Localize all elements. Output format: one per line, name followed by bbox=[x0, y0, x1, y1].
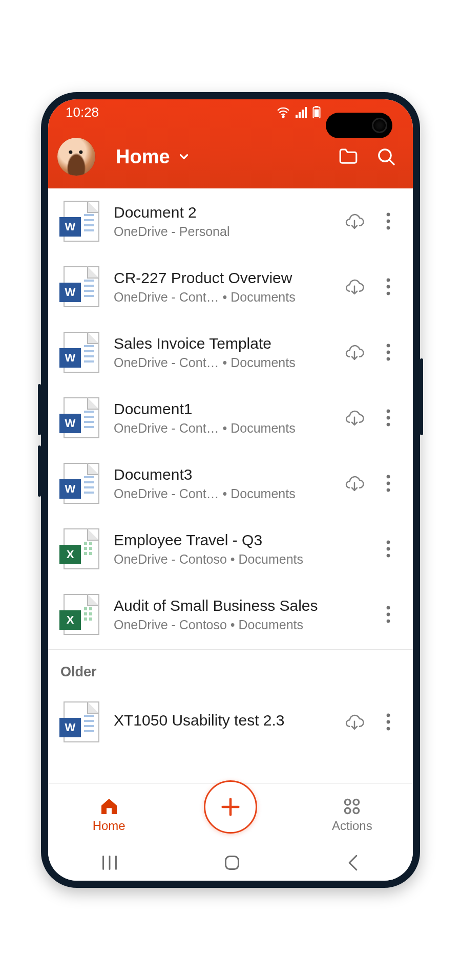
svg-point-35 bbox=[387, 620, 390, 623]
svg-rect-4 bbox=[305, 107, 307, 118]
download-cloud-button[interactable] bbox=[344, 342, 365, 363]
file-item[interactable]: WDocument3OneDrive - Cont… • Documents bbox=[48, 451, 413, 516]
file-type-icon: W bbox=[64, 701, 99, 742]
svg-rect-1 bbox=[296, 115, 298, 118]
nav-actions[interactable]: Actions bbox=[291, 796, 413, 833]
svg-point-27 bbox=[387, 475, 390, 479]
svg-point-29 bbox=[387, 488, 390, 492]
download-cloud-button[interactable] bbox=[344, 211, 365, 231]
plus-icon bbox=[219, 795, 242, 819]
svg-point-20 bbox=[387, 351, 390, 354]
svg-point-44 bbox=[345, 808, 351, 814]
nav-home-label: Home bbox=[93, 819, 125, 833]
header-title: Home bbox=[116, 146, 170, 168]
svg-point-17 bbox=[387, 292, 390, 295]
more-options-button[interactable] bbox=[378, 473, 399, 494]
nav-home[interactable]: Home bbox=[48, 796, 170, 833]
word-icon: W bbox=[59, 718, 81, 737]
status-icons bbox=[277, 106, 321, 118]
file-text: Audit of Small Business SalesOneDrive - … bbox=[114, 597, 364, 632]
svg-point-21 bbox=[387, 357, 390, 361]
svg-point-30 bbox=[387, 541, 390, 544]
section-older-label: Older bbox=[48, 649, 413, 689]
file-location: OneDrive - Contoso • Documents bbox=[114, 617, 364, 632]
file-text: CR-227 Product OverviewOneDrive - Cont… … bbox=[114, 269, 330, 305]
svg-point-34 bbox=[387, 613, 390, 616]
svg-point-16 bbox=[387, 285, 390, 289]
search-icon bbox=[376, 146, 396, 167]
battery-icon bbox=[312, 106, 321, 118]
folder-icon bbox=[338, 146, 359, 167]
svg-point-31 bbox=[387, 547, 390, 551]
file-name: Audit of Small Business Sales bbox=[114, 597, 364, 614]
more-options-button[interactable] bbox=[378, 211, 399, 231]
svg-point-15 bbox=[387, 279, 390, 282]
svg-point-13 bbox=[387, 226, 390, 230]
svg-point-33 bbox=[387, 606, 390, 610]
svg-line-9 bbox=[390, 160, 394, 164]
back-button[interactable] bbox=[346, 855, 360, 871]
home-system-icon bbox=[223, 854, 241, 871]
file-item[interactable]: XEmployee Travel - Q3OneDrive - Contoso … bbox=[48, 516, 413, 582]
actions-icon bbox=[342, 796, 362, 817]
file-item[interactable]: WCR-227 Product OverviewOneDrive - Cont…… bbox=[48, 254, 413, 319]
volume-down-button[interactable] bbox=[38, 445, 41, 497]
download-cloud-button[interactable] bbox=[344, 276, 365, 297]
file-name: XT1050 Usability test 2.3 bbox=[114, 712, 330, 729]
fab-create[interactable] bbox=[204, 780, 257, 834]
file-text: Document1OneDrive - Cont… • Documents bbox=[114, 400, 330, 436]
file-type-icon: W bbox=[64, 463, 99, 504]
wifi-icon bbox=[277, 106, 290, 118]
volume-up-button[interactable] bbox=[38, 384, 41, 435]
more-options-button[interactable] bbox=[378, 408, 399, 428]
word-icon: W bbox=[59, 414, 81, 433]
download-cloud-button[interactable] bbox=[344, 712, 365, 732]
file-item[interactable]: WXT1050 Usability test 2.3 bbox=[48, 689, 413, 755]
home-icon bbox=[99, 796, 119, 817]
more-options-button[interactable] bbox=[378, 604, 399, 625]
avatar[interactable] bbox=[57, 138, 95, 176]
svg-rect-3 bbox=[302, 110, 304, 118]
svg-point-28 bbox=[387, 482, 390, 485]
svg-rect-2 bbox=[299, 112, 301, 118]
nav-actions-label: Actions bbox=[332, 819, 372, 833]
svg-point-24 bbox=[387, 416, 390, 420]
file-item[interactable]: WSales Invoice TemplateOneDrive - Cont… … bbox=[48, 319, 413, 385]
recents-button[interactable] bbox=[101, 855, 118, 870]
more-options-button[interactable] bbox=[378, 539, 399, 559]
system-nav-bar bbox=[48, 845, 413, 881]
svg-point-39 bbox=[387, 727, 390, 731]
file-type-icon: W bbox=[64, 201, 99, 242]
word-icon: W bbox=[59, 348, 81, 368]
home-button[interactable] bbox=[223, 854, 241, 871]
file-type-icon: W bbox=[64, 397, 99, 438]
download-cloud-button[interactable] bbox=[344, 408, 365, 428]
recents-icon bbox=[101, 855, 118, 870]
file-text: Employee Travel - Q3OneDrive - Contoso •… bbox=[114, 531, 364, 567]
word-icon: W bbox=[59, 283, 81, 302]
more-options-button[interactable] bbox=[378, 276, 399, 297]
file-name: Document1 bbox=[114, 400, 330, 418]
file-item[interactable]: WDocument1OneDrive - Cont… • Documents bbox=[48, 385, 413, 451]
word-icon: W bbox=[59, 217, 81, 237]
camera-cutout bbox=[326, 113, 392, 138]
file-item[interactable]: XAudit of Small Business SalesOneDrive -… bbox=[48, 582, 413, 647]
search-button[interactable] bbox=[375, 145, 397, 168]
header-title-dropdown[interactable]: Home bbox=[116, 146, 327, 168]
file-type-icon: W bbox=[64, 332, 99, 373]
more-options-button[interactable] bbox=[378, 712, 399, 732]
file-text: Sales Invoice TemplateOneDrive - Cont… •… bbox=[114, 335, 330, 370]
svg-point-0 bbox=[282, 116, 284, 117]
svg-point-45 bbox=[353, 808, 359, 814]
back-icon bbox=[346, 855, 360, 871]
file-item[interactable]: WDocument 2OneDrive - Personal bbox=[48, 188, 413, 254]
power-button[interactable] bbox=[420, 358, 423, 435]
content-area: WDocument 2OneDrive - PersonalWCR-227 Pr… bbox=[48, 188, 413, 783]
svg-point-43 bbox=[353, 799, 359, 805]
svg-rect-7 bbox=[315, 110, 319, 117]
svg-point-42 bbox=[345, 799, 351, 805]
download-cloud-button[interactable] bbox=[344, 473, 365, 494]
more-options-button[interactable] bbox=[378, 342, 399, 363]
folder-button[interactable] bbox=[337, 145, 360, 168]
file-name: Employee Travel - Q3 bbox=[114, 531, 364, 549]
